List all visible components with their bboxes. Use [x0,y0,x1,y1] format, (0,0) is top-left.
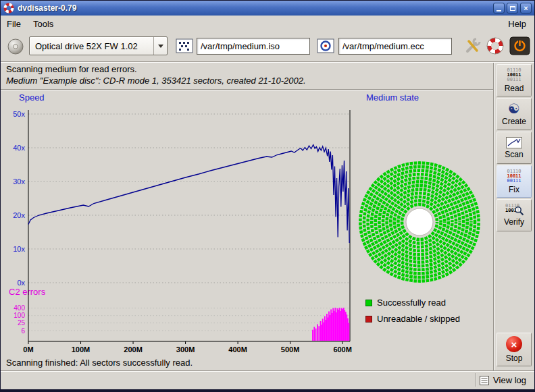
menubar: File Tools Help [1,16,534,32]
window-title: dvdisaster-0.79 [18,3,76,13]
legend-item-read: Successfully read [365,298,446,308]
status-separator [1,89,494,90]
svg-text:300M: 300M [176,345,195,354]
ecc-path-input[interactable] [338,38,452,55]
scan-label: Scan [505,150,523,159]
svg-text:20x: 20x [13,211,25,219]
sidebar-separator [493,63,494,370]
window-controls: × [493,3,532,13]
iso-file-icon [176,38,193,54]
svg-text:400M: 400M [228,345,247,354]
lifebuoy-icon [486,36,505,55]
scan-chart-icon [506,137,522,148]
minimize-button[interactable] [493,3,505,13]
stop-label: Stop [506,354,523,363]
chevron-down-icon [158,45,163,48]
legend-label-unreadable: Unreadable / skipped [377,314,460,324]
view-log-button[interactable]: View log [477,373,529,387]
drive-icon [6,37,25,56]
quit-button[interactable] [509,36,530,55]
legend-swatch-unreadable [365,316,372,323]
maximize-icon [510,6,515,11]
finish-status-text: Scanning finished: All sectors successfu… [6,358,193,368]
app-icon [3,3,14,13]
medium-info-text: Medium "Example disc": CD-R mode 1, 3534… [6,76,306,86]
fix-label: Fix [509,185,519,194]
menu-tools[interactable]: Tools [27,17,59,31]
ecc-file-icon [317,38,334,54]
drive-selected-value: Optical drive 52X FW 1.02 [30,41,153,51]
scan-button[interactable]: Scan [496,132,532,164]
menu-help[interactable]: Help [500,17,534,31]
verify-button[interactable]: 01110 10011 Verify [496,199,532,231]
titlebar: dvdisaster-0.79 × [1,1,534,16]
svg-text:200M: 200M [124,345,143,354]
drive-select-combobox[interactable]: Optical drive 52X FW 1.02 [29,36,168,55]
svg-text:600M: 600M [333,345,352,354]
svg-text:0x: 0x [17,279,25,287]
stop-button[interactable]: × Stop [496,333,532,366]
footer-separator [1,370,534,372]
preferences-button[interactable] [463,36,482,55]
svg-text:6: 6 [21,327,25,335]
dvdisaster-window: dvdisaster-0.79 × File Tools Help Optica… [0,0,535,392]
yin-yang-icon: ☯ [508,102,520,115]
svg-text:30x: 30x [13,177,25,186]
svg-text:500M: 500M [281,345,300,354]
read-label: Read [505,84,524,93]
svg-text:0M: 0M [23,345,33,354]
stop-icon: × [506,336,522,352]
legend-swatch-success [365,300,372,306]
verify-label: Verify [504,217,524,227]
svg-text:40x: 40x [13,144,25,152]
svg-text:10x: 10x [13,245,25,253]
drive-icon-button[interactable] [6,37,25,56]
fix-button[interactable]: 01110 10011 00111 Fix [496,165,532,198]
log-icon [480,376,489,385]
menu-file[interactable]: File [1,17,27,31]
medium-state-disc [359,156,486,285]
wrench-icon [463,36,482,55]
legend-label-success: Successfully read [377,298,446,308]
medium-state-title: Medium state [366,92,419,103]
toolbar-separator [1,61,534,63]
svg-text:400: 400 [14,304,25,312]
minimize-icon [496,10,501,11]
create-button[interactable]: ☯ Create [496,98,532,130]
combo-arrow-zone [153,37,167,55]
svg-text:50x: 50x [13,110,25,118]
close-button[interactable]: × [520,3,532,13]
maximize-button[interactable] [507,3,518,13]
power-icon [509,36,530,55]
about-button[interactable] [486,36,505,55]
svg-text:100M: 100M [72,345,91,354]
view-log-label: View log [493,375,526,385]
create-label: Create [502,117,526,126]
scan-status-text: Scanning medium for read errors. [6,64,137,74]
magnifier-icon [514,206,524,216]
legend-item-unreadable: Unreadable / skipped [365,314,460,324]
close-icon: × [524,5,528,12]
speed-chart: 0x10x20x30x40x50x6251004000M100M200M300M… [1,103,359,358]
speed-chart-title: Speed [19,92,45,103]
svg-text:100: 100 [14,312,25,319]
read-icon: 01110 10011 00111 [507,68,521,82]
fix-icon: 01110 10011 00111 [507,169,521,184]
verify-icon: 01110 10011 [504,204,524,216]
footer-grip [475,373,476,387]
read-button[interactable]: 01110 10011 00111 Read [496,64,532,96]
iso-path-input[interactable] [197,38,310,55]
svg-text:25: 25 [18,319,26,327]
